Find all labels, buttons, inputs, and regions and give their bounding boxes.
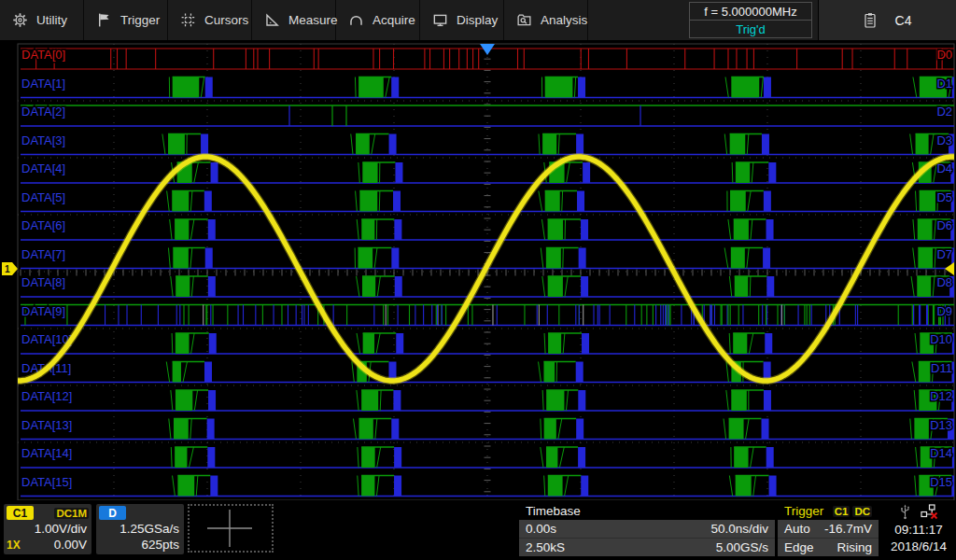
digital-label-left-3[interactable]: DATA[3] xyxy=(21,133,65,147)
clock-date: 2018/6/14 xyxy=(891,539,947,553)
timebase-title: Timebase xyxy=(526,504,581,518)
c1-coupling-badge: DC1M xyxy=(54,508,89,519)
add-channel-placeholder[interactable] xyxy=(188,504,274,553)
digital-label-right-12[interactable]: D12 xyxy=(930,389,952,403)
digital-label-left-14[interactable]: DATA[14] xyxy=(21,446,72,460)
digital-label-right-7[interactable]: D7 xyxy=(936,247,952,261)
digital-label-right-15[interactable]: D15 xyxy=(930,475,952,489)
digital-channel-trace-9 xyxy=(21,305,954,326)
digital-label-left-13[interactable]: DATA[13] xyxy=(21,418,72,432)
trigger-source-badge: C1 xyxy=(833,506,851,517)
timebase-descriptor[interactable]: Timebase 0.00s 50.0ns/div 2.50kS 5.00GS/… xyxy=(519,502,775,556)
trigger-descriptor[interactable]: Trigger C1 DC Auto -16.7mV Edge Rising xyxy=(778,502,879,556)
trigger-level: -16.7mV xyxy=(824,522,872,536)
digital-channel-trace-11 xyxy=(21,362,956,383)
usb-icon xyxy=(899,504,911,520)
digital-label-right-1[interactable]: D1 xyxy=(936,77,952,91)
digital-label-right-6[interactable]: D6 xyxy=(936,218,952,232)
digital-label-left-5[interactable]: DATA[5] xyxy=(21,190,65,204)
lan-disconnected-icon xyxy=(921,504,938,520)
digital-tab: D xyxy=(99,506,126,520)
oscilloscope-screen: Utility Trigger Cursors Measure xyxy=(0,0,956,560)
trigger-mode: Auto xyxy=(784,522,810,536)
digital-descriptor[interactable]: D 1.25GSa/s 625pts xyxy=(96,504,184,554)
digital-sample-rate: 1.25GSa/s xyxy=(120,522,179,536)
digital-label-right-9[interactable]: D9 xyxy=(936,304,952,318)
digital-label-right-2[interactable]: D2 xyxy=(936,105,952,119)
digital-label-left-8[interactable]: DATA[8] xyxy=(21,275,65,289)
svg-text:1: 1 xyxy=(5,264,10,274)
c1-tab: C1 xyxy=(7,506,34,520)
digital-label-right-3[interactable]: D3 xyxy=(936,133,952,147)
timebase-sample-rate: 5.00GS/s xyxy=(716,540,768,554)
clock-time: 09:11:17 xyxy=(894,523,943,537)
c1-scale: 1.00V/div xyxy=(35,522,87,536)
digital-label-left-1[interactable]: DATA[1] xyxy=(21,77,65,91)
waveform-display[interactable]: DATA[0]D0DATA[1]D1DATA[2]D2DATA[3]D3DATA… xyxy=(0,0,956,560)
digital-label-right-5[interactable]: D5 xyxy=(936,190,952,204)
trigger-position-marker[interactable] xyxy=(480,44,495,55)
digital-label-left-6[interactable]: DATA[6] xyxy=(21,218,65,232)
digital-label-left-12[interactable]: DATA[12] xyxy=(21,389,72,403)
timebase-samples: 2.50kS xyxy=(526,540,565,554)
trigger-level-marker[interactable] xyxy=(945,262,954,275)
digital-label-left-0[interactable]: DATA[0] xyxy=(21,48,65,62)
digital-channel-trace-1 xyxy=(21,77,956,98)
timebase-scale: 50.0ns/div xyxy=(710,522,768,536)
c1-probe-attenuation: 1X xyxy=(7,539,21,552)
system-status: 09:11:17 2018/6/14 xyxy=(881,502,956,556)
digital-label-left-7[interactable]: DATA[7] xyxy=(21,247,65,261)
c1-offset: 0.00V xyxy=(54,538,87,552)
trigger-title: Trigger xyxy=(784,504,823,518)
trigger-slope: Rising xyxy=(836,540,872,554)
plus-icon xyxy=(194,507,267,550)
channel-c1-descriptor[interactable]: C1 DC1M 1.00V/div 1X 0.00V xyxy=(4,504,91,554)
digital-label-left-2[interactable]: DATA[2] xyxy=(21,105,65,119)
digital-points: 625pts xyxy=(141,538,179,552)
digital-channel-trace-15 xyxy=(21,476,956,497)
digital-label-right-13[interactable]: D13 xyxy=(930,418,952,432)
digital-label-right-11[interactable]: D11 xyxy=(931,361,952,375)
status-bar: C1 DC1M 1.00V/div 1X 0.00V D 1.25GSa/s 6… xyxy=(0,500,956,560)
digital-label-left-9[interactable]: DATA[9] xyxy=(21,304,65,318)
digital-label-right-8[interactable]: D8 xyxy=(936,275,952,289)
digital-label-left-15[interactable]: DATA[15] xyxy=(21,475,72,489)
channel-1-position-marker[interactable]: 1 xyxy=(2,262,18,275)
digital-label-right-10[interactable]: D10 xyxy=(930,332,952,346)
digital-channel-trace-3 xyxy=(21,134,956,155)
trigger-coupling-badge: DC xyxy=(852,506,872,517)
timebase-delay: 0.00s xyxy=(526,522,556,536)
digital-label-right-14[interactable]: D14 xyxy=(930,446,952,460)
digital-label-right-0[interactable]: D0 xyxy=(936,48,952,62)
trigger-type: Edge xyxy=(784,540,814,554)
digital-channel-trace-5 xyxy=(21,191,956,212)
digital-label-left-4[interactable]: DATA[4] xyxy=(21,161,65,175)
